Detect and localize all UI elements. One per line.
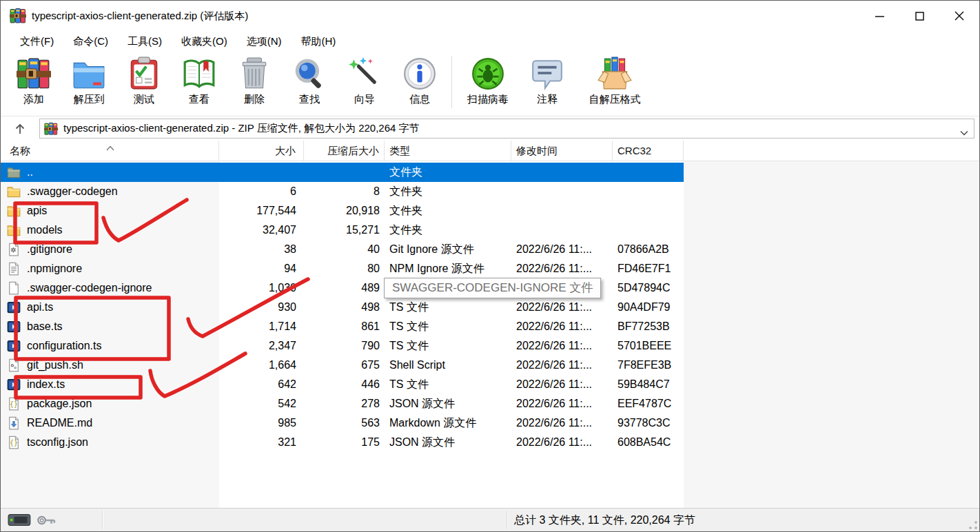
delete-button[interactable]: 删除 <box>227 53 282 106</box>
file-row-base.ts[interactable]: base.ts1,714861TS 文件2022/6/26 11:...BF77… <box>1 317 979 336</box>
comment-bubble-icon <box>530 57 564 91</box>
winrar-window: typescript-axios-client-generated.zip (评… <box>0 0 980 532</box>
address-bar: typescript-axios-client-generated.zip - … <box>1 117 979 141</box>
toolbar-button-label: 向导 <box>354 93 375 106</box>
file-name: tsconfig.json <box>27 433 88 452</box>
cell-name: apis <box>1 201 219 221</box>
cell-name: configuration.ts <box>1 336 219 356</box>
add-button[interactable]: 添加 <box>6 53 61 106</box>
menu-item-2[interactable]: 工具(S) <box>118 32 172 52</box>
cell-size: 32,407 <box>219 221 304 240</box>
file-row-api.ts[interactable]: api.ts930498TS 文件2022/6/26 11:...90A4DF7… <box>1 298 979 317</box>
up-one-level-button[interactable] <box>5 119 35 139</box>
minimize-button[interactable] <box>859 1 899 31</box>
file-row-apis[interactable]: apis177,54420,918文件夹 <box>1 201 979 221</box>
cell-type: JSON 源文件 <box>385 394 511 413</box>
title-bar: typescript-axios-client-generated.zip (评… <box>1 1 979 31</box>
archive-drive-icon <box>8 513 32 530</box>
column-header-size[interactable]: 大小 <box>219 141 304 161</box>
cell-name: README.md <box>1 413 219 433</box>
cell-name: .npmignore <box>1 259 219 278</box>
cell-crc: FD46E7F1 <box>613 259 684 278</box>
info-circle-icon <box>402 57 437 91</box>
file-row-.npmignore[interactable]: .npmignore9480NPM Ignore 源文件2022/6/26 11… <box>1 259 979 278</box>
svg-text:{}: {} <box>10 400 18 408</box>
statusbar-separator <box>507 511 507 529</box>
column-header-type[interactable]: 类型 <box>385 141 511 161</box>
info-button[interactable]: 信息 <box>392 53 447 106</box>
sort-ascending-icon <box>105 141 115 154</box>
file-name: package.json <box>27 394 92 413</box>
column-header-modified[interactable]: 修改时间 <box>511 141 613 161</box>
menu-item-5[interactable]: 帮助(H) <box>291 32 345 52</box>
cell-name: git_push.sh <box>1 356 219 375</box>
cell-packed: 15,271 <box>304 221 385 240</box>
file-name: index.ts <box>27 375 65 394</box>
cell-name: .swagger-codegen-ignore <box>1 278 219 298</box>
close-button[interactable] <box>939 1 979 31</box>
test-button[interactable]: 测试 <box>116 53 172 106</box>
find-button[interactable]: 查找 <box>282 53 337 106</box>
file-row-..[interactable]: ..文件夹 <box>1 163 979 182</box>
window-title: typescript-axios-client-generated.zip (评… <box>32 10 248 23</box>
cell-packed: 8 <box>304 182 385 201</box>
cell-name: .swagger-codegen <box>1 182 219 201</box>
file-row-index.ts[interactable]: index.ts642446TS 文件2022/6/26 11:...59B48… <box>1 375 979 394</box>
cell-size: 6 <box>219 182 304 201</box>
view-button[interactable]: 查看 <box>172 53 227 106</box>
combobox-dropdown-icon[interactable] <box>960 126 968 139</box>
key-icon[interactable] <box>37 513 56 530</box>
column-header-packed[interactable]: 压缩后大小 <box>304 141 385 161</box>
toolbar-button-label: 查看 <box>189 93 210 106</box>
file-row-git-push.sh[interactable]: git_push.sh1,664675Shell Script2022/6/26… <box>1 356 979 375</box>
file-row-.gitignore[interactable]: .gitignore3840Git Ignore 源文件2022/6/26 11… <box>1 240 979 259</box>
cell-crc <box>613 201 684 221</box>
winrar-app-icon <box>10 8 26 24</box>
doc-json-icon: {} <box>7 436 21 449</box>
cell-modified: 2022/6/26 11:... <box>511 356 613 375</box>
cell-packed: 20,918 <box>304 201 385 221</box>
menu-item-0[interactable]: 文件(F) <box>10 32 63 52</box>
file-name: git_push.sh <box>27 356 83 375</box>
ts-file-icon <box>7 378 21 391</box>
file-row-README.md[interactable]: README.md985563Markdown 源文件2022/6/26 11:… <box>1 413 979 433</box>
menu-item-3[interactable]: 收藏夹(O) <box>172 32 237 52</box>
column-header-crc[interactable]: CRC32 <box>613 141 684 161</box>
file-row-.swagger-codegen[interactable]: .swagger-codegen68文件夹 <box>1 182 979 201</box>
cell-size: 177,544 <box>219 201 304 221</box>
file-name: .gitignore <box>27 240 72 259</box>
file-name: base.ts <box>27 317 63 336</box>
sfx-button[interactable]: 自解压格式 <box>575 53 655 106</box>
cell-name: base.ts <box>1 317 219 336</box>
cell-crc: 5701BEEE <box>613 336 684 356</box>
file-name: .. <box>27 163 33 182</box>
cell-modified: 2022/6/26 11:... <box>511 259 613 278</box>
winrar-archive-icon <box>44 122 58 136</box>
file-row-package.json[interactable]: {}package.json542278JSON 源文件2022/6/26 11… <box>1 394 979 413</box>
totals-text: 总计 3 文件夹, 11 文件, 220,264 字节 <box>514 509 695 532</box>
menu-item-1[interactable]: 命令(C) <box>63 32 118 52</box>
menu-item-4[interactable]: 选项(N) <box>237 32 292 52</box>
cell-size: 1,030 <box>219 278 304 298</box>
cell-packed: 675 <box>304 356 385 375</box>
magnifier-icon <box>292 57 327 91</box>
file-name: .swagger-codegen-ignore <box>27 278 152 298</box>
cell-size: 642 <box>219 375 304 394</box>
file-type-tooltip: SWAGGER-CODEGEN-IGNORE 文件 <box>384 278 601 298</box>
comment-button[interactable]: 注释 <box>520 53 575 106</box>
magic-wand-icon <box>347 57 382 91</box>
cell-crc: 93778C3C <box>613 413 684 433</box>
toolbar-button-label: 添加 <box>23 93 44 106</box>
cell-type: JSON 源文件 <box>385 433 511 452</box>
extract-button[interactable]: 解压到 <box>61 53 116 106</box>
archive-path-combobox[interactable]: typescript-axios-client-generated.zip - … <box>39 119 974 139</box>
file-row-tsconfig.json[interactable]: {}tsconfig.json321175JSON 源文件2022/6/26 1… <box>1 433 979 452</box>
cell-size: 1,664 <box>219 356 304 375</box>
file-row-configuration.ts[interactable]: configuration.ts2,347790TS 文件2022/6/26 1… <box>1 336 979 356</box>
file-row-models[interactable]: models32,40715,271文件夹 <box>1 221 979 240</box>
resize-grip[interactable] <box>968 520 978 530</box>
svg-text:{}: {} <box>10 439 18 447</box>
scan-button[interactable]: 扫描病毒 <box>456 53 520 106</box>
wizard-button[interactable]: 向导 <box>337 53 392 106</box>
maximize-button[interactable] <box>899 1 939 31</box>
